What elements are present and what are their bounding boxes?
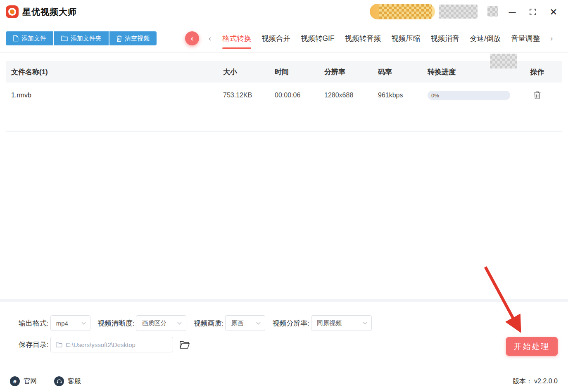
minimize-button[interactable]: ─	[506, 5, 519, 19]
table-header-row: 文件名称(1)大小时间分辨率码率转换进度操作	[6, 61, 562, 83]
quality-value: 原画	[231, 319, 243, 327]
file-actions-group: 添加文件 添加文件夹 清空视频	[6, 31, 157, 45]
output-format-value: mp4	[56, 320, 68, 327]
resolution-select[interactable]: 同原视频	[311, 315, 372, 331]
tab-item-3[interactable]: 视频转GIF	[301, 33, 335, 43]
folder-icon	[56, 342, 62, 347]
start-button[interactable]: 开始处理	[506, 337, 558, 356]
format-settings-row: 输出格式: mp4 视频清晰度: 画质区分 视频画质: 原画 视频分辨率: 同原…	[19, 315, 379, 331]
logo-ring	[8, 8, 16, 16]
close-button[interactable]: ✕	[547, 5, 560, 19]
clear-videos-label: 清空视频	[125, 35, 150, 43]
table-cell: 1280x688	[324, 92, 378, 99]
customer-service-link[interactable]: 客服	[54, 376, 81, 386]
progress-text: 0%	[431, 92, 439, 98]
table-cell: 753.12KB	[223, 92, 275, 99]
toolbar: 添加文件 添加文件夹 清空视频 ‹ ‹ 格式转换视频合并视频转GIF视频转音频视…	[0, 24, 568, 53]
version-text: 版本： v2.2.0.0	[513, 370, 558, 392]
chevron-down-icon	[363, 322, 367, 325]
clarity-select[interactable]: 画质区分	[136, 315, 186, 331]
tab-bar: 格式转换视频合并视频转GIF视频转音频视频压缩视频消音变速/倒放音量调整	[222, 24, 540, 53]
chevron-down-icon	[177, 322, 182, 325]
table-cell: 961kbps	[378, 92, 428, 99]
tab-item-8[interactable]: 音量调整	[511, 33, 540, 43]
clarity-value: 画质区分	[142, 319, 166, 327]
resolution-label: 视频分辨率:	[272, 319, 309, 328]
version-label: 版本：	[513, 377, 532, 386]
section-divider	[0, 299, 568, 302]
trash-icon	[116, 35, 122, 42]
tab-item-4[interactable]: 视频转音频	[345, 33, 381, 43]
chevron-right-icon[interactable]: ›	[550, 24, 553, 53]
blurred-tab-block	[490, 54, 517, 68]
file-table: 文件名称(1)大小时间分辨率码率转换进度操作 1.rmvb753.12KB00:…	[6, 61, 562, 132]
folder-icon	[61, 35, 68, 41]
empty-table-row	[6, 108, 562, 132]
clear-videos-button[interactable]: 清空视频	[109, 31, 157, 45]
column-header: 码率	[378, 67, 428, 77]
save-dir-label: 保存目录:	[19, 340, 49, 349]
blurred-user-info	[439, 5, 478, 19]
chevron-down-icon	[256, 322, 261, 325]
progress-bar: 0%	[428, 91, 510, 100]
add-file-label: 添加文件	[21, 35, 46, 43]
clarity-label: 视频清晰度:	[97, 319, 135, 328]
save-dir-input[interactable]: C:\Users\yssoft2\Desktop	[50, 337, 173, 352]
tab-item-7[interactable]: 变速/倒放	[470, 33, 501, 43]
app-logo-icon	[6, 5, 19, 18]
browse-folder-button[interactable]	[179, 340, 190, 349]
add-folder-button[interactable]: 添加文件夹	[54, 31, 109, 45]
table-cell: 00:00:06	[275, 92, 324, 99]
support-icon	[54, 376, 64, 386]
official-site-label: 官网	[24, 377, 37, 386]
tab-item-5[interactable]: 视频压缩	[391, 33, 420, 43]
website-icon: e	[10, 376, 20, 386]
title-bar: 星优视频大师 ─ ✕	[0, 0, 568, 24]
add-file-button[interactable]: 添加文件	[6, 31, 53, 45]
customer-service-label: 客服	[68, 377, 81, 386]
chevron-left-icon[interactable]: ‹	[209, 24, 211, 53]
version-value: v2.2.0.0	[534, 378, 558, 385]
delete-file-button[interactable]	[534, 91, 541, 99]
blurred-small-block	[487, 6, 498, 17]
footer: e 官网 客服 版本： v2.2.0.0	[0, 370, 568, 392]
save-dir-row: 保存目录: C:\Users\yssoft2\Desktop	[19, 337, 190, 352]
table-row: 1.rmvb753.12KB00:00:061280x688961kbps0%	[6, 83, 562, 108]
fullscreen-icon	[530, 9, 536, 15]
column-header: 分辨率	[324, 67, 378, 77]
resolution-value: 同原视频	[317, 319, 342, 327]
column-header: 操作	[512, 67, 562, 77]
column-header: 时间	[275, 67, 324, 77]
open-folder-icon	[179, 340, 190, 349]
blurred-account-name	[379, 4, 432, 19]
tab-item-2[interactable]: 视频合并	[261, 33, 290, 43]
save-dir-value: C:\Users\yssoft2\Desktop	[66, 341, 135, 348]
output-format-select[interactable]: mp4	[50, 315, 90, 331]
table-cell: 1.rmvb	[6, 92, 223, 99]
tab-item-6[interactable]: 视频消音	[430, 33, 459, 43]
tab-item-1[interactable]: 格式转换	[222, 33, 251, 43]
table-body: 1.rmvb753.12KB00:00:061280x688961kbps0%	[6, 83, 562, 108]
settings-panel: 输出格式: mp4 视频清晰度: 画质区分 视频画质: 原画 视频分辨率: 同原…	[0, 302, 568, 370]
official-site-link[interactable]: e 官网	[10, 376, 37, 386]
tabs-scroll-back-button[interactable]: ‹	[185, 31, 199, 45]
quality-label: 视频画质:	[193, 319, 223, 328]
column-header: 文件名称(1)	[6, 67, 223, 77]
output-format-label: 输出格式:	[19, 319, 49, 328]
quality-select[interactable]: 原画	[225, 315, 265, 331]
add-folder-label: 添加文件夹	[71, 35, 102, 43]
maximize-button[interactable]	[526, 5, 539, 19]
logo-dot	[10, 9, 14, 14]
chevron-down-icon	[81, 322, 86, 325]
column-header: 大小	[223, 67, 275, 77]
app-title: 星优视频大师	[22, 0, 77, 24]
file-icon	[13, 35, 19, 42]
